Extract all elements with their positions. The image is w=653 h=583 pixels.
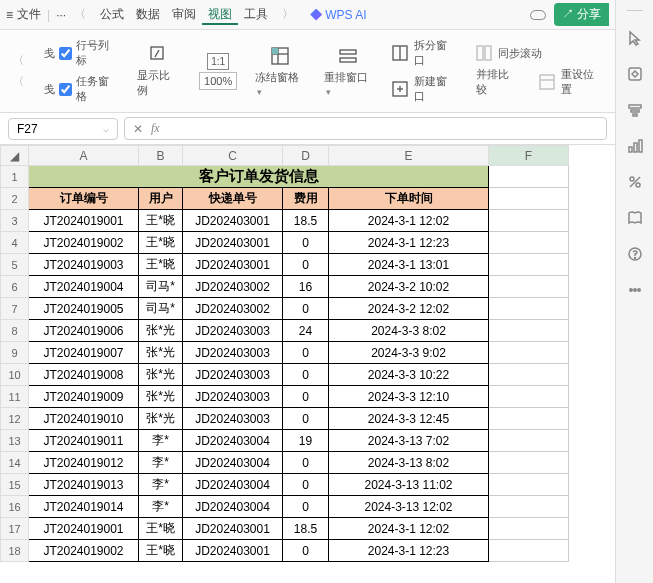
data-cell[interactable]: 王*晓: [139, 518, 183, 540]
cancel-icon[interactable]: ✕: [133, 122, 143, 136]
tab-nav-right[interactable]: 〉: [278, 6, 298, 23]
column-header[interactable]: 下单时间: [329, 188, 489, 210]
row-header-11[interactable]: 11: [1, 386, 29, 408]
data-cell[interactable]: JD202403004: [183, 452, 283, 474]
data-cell[interactable]: 李*: [139, 496, 183, 518]
data-cell[interactable]: 李*: [139, 430, 183, 452]
more-icon[interactable]: [626, 281, 644, 299]
chart-icon[interactable]: [626, 137, 644, 155]
data-cell[interactable]: 19: [283, 430, 329, 452]
col-header-F[interactable]: F: [489, 146, 569, 166]
data-cell[interactable]: 2024-3-13 11:02: [329, 474, 489, 496]
data-cell[interactable]: 2024-3-3 9:02: [329, 342, 489, 364]
data-cell[interactable]: JT2024019011: [29, 430, 139, 452]
share-button[interactable]: ↗ 分享: [554, 3, 609, 26]
help-icon[interactable]: [626, 245, 644, 263]
data-cell[interactable]: 2024-3-2 12:02: [329, 298, 489, 320]
row-header-12[interactable]: 12: [1, 408, 29, 430]
hamburger-icon[interactable]: ≡: [6, 8, 13, 22]
data-cell[interactable]: 16: [283, 276, 329, 298]
row-header-9[interactable]: 9: [1, 342, 29, 364]
row-header-1[interactable]: 1: [1, 166, 29, 188]
data-cell[interactable]: 李*: [139, 474, 183, 496]
row-header-17[interactable]: 17: [1, 518, 29, 540]
name-box[interactable]: F27 ⌵: [8, 118, 118, 140]
data-cell[interactable]: 0: [283, 342, 329, 364]
data-cell[interactable]: 24: [283, 320, 329, 342]
col-header-D[interactable]: D: [283, 146, 329, 166]
row-header-2[interactable]: 2: [1, 188, 29, 210]
row-header-3[interactable]: 3: [1, 210, 29, 232]
data-cell[interactable]: JT2024019010: [29, 408, 139, 430]
wps-ai-button[interactable]: WPS AI: [310, 8, 366, 22]
data-cell[interactable]: JT2024019014: [29, 496, 139, 518]
data-cell[interactable]: 张*光: [139, 364, 183, 386]
data-cell[interactable]: JT2024019005: [29, 298, 139, 320]
data-cell[interactable]: 王*晓: [139, 210, 183, 232]
data-cell[interactable]: 王*晓: [139, 232, 183, 254]
data-cell[interactable]: JT2024019003: [29, 254, 139, 276]
column-header[interactable]: 订单编号: [29, 188, 139, 210]
column-header[interactable]: 快递单号: [183, 188, 283, 210]
new-window-button[interactable]: 新建窗口: [392, 74, 458, 104]
data-cell[interactable]: JT2024019013: [29, 474, 139, 496]
row-header-18[interactable]: 18: [1, 540, 29, 562]
tab-公式[interactable]: 公式: [94, 5, 130, 23]
col-header-C[interactable]: C: [183, 146, 283, 166]
data-cell[interactable]: 0: [283, 452, 329, 474]
data-cell[interactable]: JD202403003: [183, 386, 283, 408]
data-cell[interactable]: 0: [283, 386, 329, 408]
data-cell[interactable]: 0: [283, 408, 329, 430]
select-all-corner[interactable]: ◢: [1, 146, 29, 166]
data-cell[interactable]: JD202403001: [183, 518, 283, 540]
column-header[interactable]: 费用: [283, 188, 329, 210]
row-header-5[interactable]: 5: [1, 254, 29, 276]
data-cell[interactable]: 李*: [139, 452, 183, 474]
data-cell[interactable]: 0: [283, 474, 329, 496]
data-cell[interactable]: JT2024019002: [29, 540, 139, 562]
data-cell[interactable]: JD202403002: [183, 276, 283, 298]
data-cell[interactable]: 2024-3-13 7:02: [329, 430, 489, 452]
data-cell[interactable]: 0: [283, 254, 329, 276]
ribbon-scroll-left-2[interactable]: 〈: [10, 74, 26, 89]
style-icon[interactable]: [626, 65, 644, 83]
data-cell[interactable]: JD202403001: [183, 540, 283, 562]
data-cell[interactable]: JT2024019002: [29, 232, 139, 254]
data-cell[interactable]: JD202403004: [183, 474, 283, 496]
data-cell[interactable]: JT2024019006: [29, 320, 139, 342]
split-window-button[interactable]: 拆分窗口: [392, 38, 458, 68]
spreadsheet-grid[interactable]: ◢ABCDEF1客户订单发货信息2订单编号用户快递单号费用下单时间3JT2024…: [0, 145, 615, 583]
col-header-A[interactable]: A: [29, 146, 139, 166]
data-cell[interactable]: JD202403001: [183, 232, 283, 254]
formula-input[interactable]: ✕ fx: [124, 117, 607, 140]
data-cell[interactable]: 2024-3-3 12:10: [329, 386, 489, 408]
data-cell[interactable]: JD202403004: [183, 430, 283, 452]
col-header-E[interactable]: E: [329, 146, 489, 166]
task-pane-checkbox[interactable]: 戋 任务窗格: [44, 74, 119, 104]
fx-icon[interactable]: fx: [151, 121, 160, 136]
data-cell[interactable]: 0: [283, 540, 329, 562]
data-cell[interactable]: 张*光: [139, 386, 183, 408]
data-cell[interactable]: JT2024019009: [29, 386, 139, 408]
data-cell[interactable]: JD202403001: [183, 254, 283, 276]
data-cell[interactable]: 2024-3-1 12:23: [329, 232, 489, 254]
tab-审阅[interactable]: 审阅: [166, 5, 202, 23]
data-cell[interactable]: 张*光: [139, 408, 183, 430]
row-header-15[interactable]: 15: [1, 474, 29, 496]
zoom-group[interactable]: 显示比例: [137, 44, 181, 98]
data-cell[interactable]: 司马*: [139, 298, 183, 320]
row-header-16[interactable]: 16: [1, 496, 29, 518]
column-header[interactable]: 用户: [139, 188, 183, 210]
data-cell[interactable]: 2024-3-3 8:02: [329, 320, 489, 342]
data-cell[interactable]: 张*光: [139, 342, 183, 364]
data-cell[interactable]: 王*晓: [139, 254, 183, 276]
data-cell[interactable]: 张*光: [139, 320, 183, 342]
more-menu[interactable]: ···: [56, 8, 66, 22]
row-header-6[interactable]: 6: [1, 276, 29, 298]
table-title[interactable]: 客户订单发货信息: [29, 166, 489, 188]
book-icon[interactable]: [626, 209, 644, 227]
tab-nav-left[interactable]: 〈: [70, 6, 90, 23]
data-cell[interactable]: JD202403003: [183, 408, 283, 430]
cursor-icon[interactable]: [626, 29, 644, 47]
cloud-icon[interactable]: [530, 10, 546, 20]
